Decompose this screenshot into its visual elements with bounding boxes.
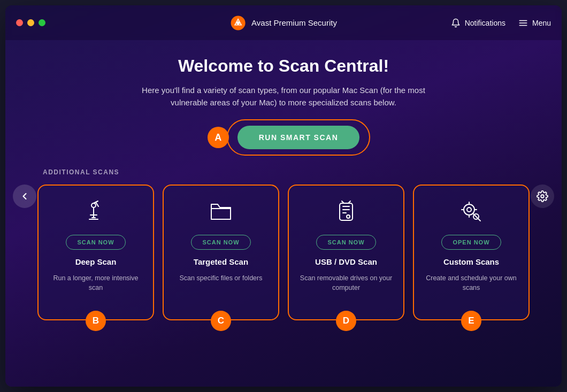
svg-point-21 bbox=[464, 204, 474, 215]
usb-scan-description: Scan removable drives on your computer bbox=[297, 274, 395, 293]
main-content: Welcome to Scan Central! Here you'll fin… bbox=[5, 40, 562, 387]
custom-scans-card[interactable]: OPEN NOW Custom Scans Create and schedul… bbox=[413, 185, 530, 320]
bell-icon bbox=[451, 18, 461, 28]
folder-icon bbox=[208, 198, 234, 225]
custom-scans-title: Custom Scans bbox=[443, 257, 499, 266]
smart-scan-area: A RUN SMART SCAN bbox=[208, 126, 360, 149]
notifications-button[interactable]: Notifications bbox=[451, 18, 505, 28]
notifications-label: Notifications bbox=[465, 19, 505, 27]
targeted-scan-description: Scan specific files or folders bbox=[180, 274, 263, 283]
svg-point-18 bbox=[347, 215, 350, 218]
usb-icon bbox=[333, 198, 359, 225]
badge-c: C bbox=[211, 311, 231, 331]
deep-scan-title: Deep Scan bbox=[75, 257, 117, 266]
back-arrow-button[interactable] bbox=[13, 185, 36, 208]
page-title: Welcome to Scan Central! bbox=[178, 56, 389, 76]
deep-scan-description: Run a longer, more intensive scan bbox=[47, 274, 144, 293]
titlebar-center: Avast Premium Security bbox=[230, 15, 337, 31]
targeted-scan-button[interactable]: SCAN NOW bbox=[191, 235, 250, 250]
targeted-scan-card[interactable]: SCAN NOW Targeted Scan Scan specific fil… bbox=[163, 185, 279, 320]
titlebar: Avast Premium Security Notifications Men… bbox=[5, 5, 562, 40]
app-title: Avast Premium Security bbox=[251, 18, 337, 27]
avast-logo-icon bbox=[230, 15, 246, 31]
usb-dvd-scan-card[interactable]: SCAN NOW USB / DVD Scan Scan removable d… bbox=[288, 185, 404, 320]
custom-scans-description: Create and schedule your own scans bbox=[423, 274, 520, 293]
microscope-icon bbox=[83, 198, 109, 225]
close-button[interactable] bbox=[16, 19, 23, 26]
deep-scan-card[interactable]: SCAN NOW Deep Scan Run a longer, more in… bbox=[37, 185, 154, 320]
maximize-button[interactable] bbox=[39, 19, 45, 26]
run-smart-scan-wrapper: RUN SMART SCAN bbox=[237, 126, 360, 149]
minimize-button[interactable] bbox=[27, 19, 34, 26]
badge-b: B bbox=[86, 311, 106, 331]
page-subtitle: Here you'll find a variety of scan types… bbox=[123, 84, 444, 109]
svg-point-6 bbox=[91, 203, 96, 207]
traffic-lights bbox=[16, 19, 45, 26]
badge-a: A bbox=[208, 127, 229, 148]
menu-button[interactable]: Menu bbox=[518, 18, 551, 28]
svg-line-29 bbox=[478, 219, 480, 221]
gear-search-icon bbox=[458, 198, 484, 225]
deep-scan-button[interactable]: SCAN NOW bbox=[66, 235, 125, 250]
usb-scan-title: USB / DVD Scan bbox=[315, 257, 377, 266]
svg-rect-14 bbox=[340, 203, 353, 220]
titlebar-right: Notifications Menu bbox=[451, 18, 551, 28]
svg-point-1 bbox=[236, 21, 240, 25]
custom-scans-open-button[interactable]: OPEN NOW bbox=[441, 235, 501, 250]
menu-label: Menu bbox=[532, 19, 551, 27]
chevron-left-icon bbox=[19, 191, 30, 202]
scan-cards-grid: SCAN NOW Deep Scan Run a longer, more in… bbox=[37, 185, 530, 320]
run-smart-scan-button[interactable]: RUN SMART SCAN bbox=[237, 126, 360, 149]
svg-point-22 bbox=[467, 207, 471, 212]
menu-icon bbox=[518, 18, 528, 28]
badge-d: D bbox=[336, 311, 356, 331]
badge-e: E bbox=[461, 311, 481, 331]
usb-scan-button[interactable]: SCAN NOW bbox=[316, 235, 376, 250]
additional-scans-label: ADDITIONAL SCANS bbox=[43, 168, 119, 176]
targeted-scan-title: Targeted Scan bbox=[194, 257, 248, 266]
app-window: Avast Premium Security Notifications Men… bbox=[5, 5, 562, 387]
